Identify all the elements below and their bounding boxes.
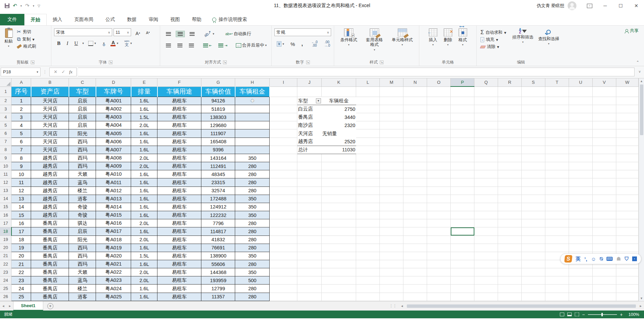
cell[interactable] xyxy=(403,154,427,162)
cell[interactable] xyxy=(616,195,638,203)
cell[interactable]: 1.6L xyxy=(131,285,157,293)
cell[interactable] xyxy=(380,285,403,293)
cell[interactable] xyxy=(474,113,498,121)
cell[interactable]: 西玛 xyxy=(69,162,96,170)
cell[interactable] xyxy=(403,97,427,105)
row-header[interactable]: 1 xyxy=(0,87,11,97)
row-header[interactable]: 12 xyxy=(0,178,11,187)
cell[interactable] xyxy=(427,146,451,154)
cell[interactable]: 粤A022 xyxy=(96,268,131,276)
cell[interactable] xyxy=(592,113,616,121)
cell[interactable]: 21 xyxy=(11,260,31,268)
cell[interactable] xyxy=(427,260,451,268)
cell[interactable]: 番禺店 xyxy=(31,285,69,293)
cell[interactable]: 1.6L xyxy=(131,146,157,154)
selected-cell[interactable] xyxy=(451,227,474,236)
cell[interactable]: ✚ xyxy=(235,97,270,105)
cell[interactable] xyxy=(521,260,545,268)
format-cells-button[interactable]: ⟷ 格式▾ xyxy=(456,27,470,48)
cell[interactable] xyxy=(322,178,356,187)
formula-bar-splitter[interactable]: ⋮ xyxy=(42,70,48,74)
cell[interactable]: 西玛 xyxy=(69,154,96,162)
cell[interactable] xyxy=(380,113,403,121)
cell[interactable] xyxy=(356,129,380,138)
cell-styles-button[interactable]: 单元格样式▾ xyxy=(389,27,415,48)
fill-color-button[interactable]: ▾ xyxy=(100,41,106,46)
cell[interactable] xyxy=(403,236,427,244)
cell[interactable] xyxy=(403,87,427,97)
cell[interactable] xyxy=(521,162,545,170)
cell[interactable] xyxy=(451,162,474,170)
cell[interactable]: 越秀店 xyxy=(31,195,69,203)
cell[interactable] xyxy=(474,87,498,97)
cell[interactable] xyxy=(356,121,380,129)
cell[interactable] xyxy=(569,187,592,195)
cell[interactable] xyxy=(451,285,474,293)
cell[interactable]: 西玛 xyxy=(69,146,96,154)
cell[interactable] xyxy=(235,113,270,121)
table-header-cell[interactable]: 资产店 xyxy=(31,87,69,97)
cell[interactable] xyxy=(403,227,427,236)
confirm-formula-icon[interactable]: ✓ xyxy=(61,69,65,74)
zoom-level[interactable]: 100% xyxy=(626,312,639,317)
cell[interactable]: 番禺店 xyxy=(31,268,69,276)
cell[interactable]: 280 xyxy=(235,236,270,244)
cell[interactable] xyxy=(545,162,569,170)
ribbon-tab-4[interactable]: 公式 xyxy=(99,14,121,25)
cell[interactable] xyxy=(270,252,297,260)
cell[interactable]: 10 xyxy=(11,170,31,178)
cancel-formula-icon[interactable]: ✕ xyxy=(54,69,57,74)
cell[interactable] xyxy=(297,252,322,260)
formula-input[interactable] xyxy=(78,68,635,76)
cell[interactable]: 350 xyxy=(235,252,270,260)
cell[interactable] xyxy=(474,293,498,301)
cell[interactable]: 193959 xyxy=(201,276,235,285)
row-header[interactable]: 19 xyxy=(0,236,11,244)
column-header[interactable]: O xyxy=(427,78,451,87)
cell[interactable] xyxy=(616,170,638,178)
phonetic-guide-button[interactable]: wén文▾ xyxy=(123,39,133,48)
cell[interactable] xyxy=(403,146,427,154)
cell[interactable] xyxy=(427,219,451,227)
cell[interactable] xyxy=(380,236,403,244)
collapse-ribbon-button[interactable]: ⌃ xyxy=(636,60,639,65)
cell[interactable] xyxy=(403,244,427,252)
cell[interactable] xyxy=(270,268,297,276)
cell[interactable] xyxy=(356,178,380,187)
cell[interactable] xyxy=(270,170,297,178)
horizontal-scroll-thumb[interactable] xyxy=(407,304,636,308)
column-header[interactable]: P xyxy=(451,78,474,87)
cell[interactable]: 粤A015 xyxy=(96,211,131,219)
cell[interactable] xyxy=(235,105,270,113)
cell[interactable] xyxy=(592,97,616,105)
cell[interactable] xyxy=(569,268,592,276)
row-header[interactable]: 6 xyxy=(0,129,11,138)
expand-formula-bar-icon[interactable]: ˅ xyxy=(636,70,643,74)
cell[interactable] xyxy=(380,227,403,236)
column-header[interactable]: D xyxy=(96,78,131,87)
cell[interactable]: 天河店 xyxy=(31,129,69,138)
decrease-indent-button[interactable]: ⇤ xyxy=(201,43,214,48)
cell[interactable] xyxy=(270,260,297,268)
cell[interactable] xyxy=(297,203,322,211)
cell[interactable] xyxy=(380,162,403,170)
column-header[interactable]: T xyxy=(545,78,569,87)
cell[interactable] xyxy=(380,154,403,162)
cell[interactable] xyxy=(545,138,569,146)
cell[interactable] xyxy=(474,219,498,227)
cell[interactable]: 西玛 xyxy=(69,138,96,146)
cell[interactable] xyxy=(498,252,522,260)
cell[interactable]: 番禺店 xyxy=(31,219,69,227)
cell[interactable] xyxy=(451,187,474,195)
cell[interactable] xyxy=(521,227,545,236)
cell[interactable] xyxy=(616,227,638,236)
column-header[interactable]: R xyxy=(498,78,522,87)
cell[interactable] xyxy=(592,105,616,113)
dialog-launcher-icon[interactable]: ↘ xyxy=(306,60,310,64)
cell[interactable] xyxy=(498,268,522,276)
scroll-up-icon[interactable]: ▲ xyxy=(640,78,643,84)
cell[interactable] xyxy=(270,138,297,146)
cell[interactable] xyxy=(356,227,380,236)
cell[interactable] xyxy=(297,211,322,219)
cell[interactable] xyxy=(592,203,616,211)
